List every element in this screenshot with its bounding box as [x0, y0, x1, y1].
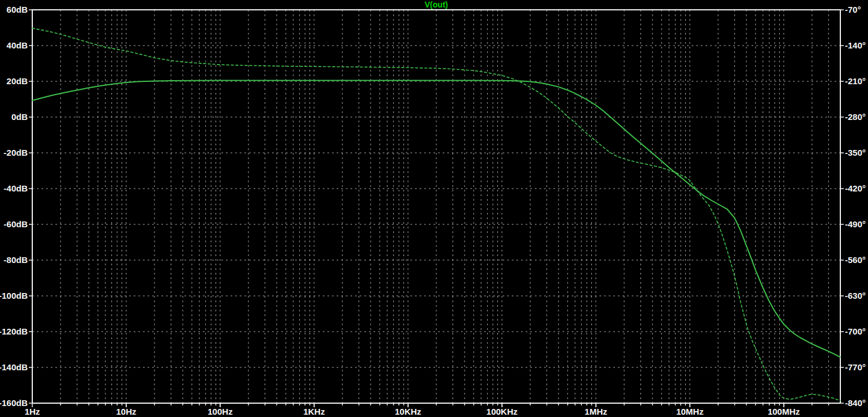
y-right-tick-label: -140° — [845, 40, 866, 50]
y-left-tick-label: -100dB — [0, 291, 28, 300]
y-left-tick-label: -80dB — [3, 255, 28, 265]
x-tick-label: 10KHz — [395, 407, 421, 416]
y-right-tick-label: -70° — [845, 5, 861, 14]
y-left-tick-label: -40dB — [3, 183, 28, 193]
y-right-tick-label: -770° — [845, 362, 866, 372]
waveform-viewer-pane: V(out) 60dB40dB20dB0dB-20dB-40dB-60dB-80… — [0, 0, 868, 417]
x-tick-label: 10Hz — [116, 407, 136, 416]
axis-labels: 60dB40dB20dB0dB-20dB-40dB-60dB-80dB-100d… — [0, 5, 866, 416]
y-right-tick-label: -210° — [845, 76, 866, 86]
y-left-tick-label: 60dB — [6, 5, 28, 14]
y-right-tick-label: -700° — [845, 326, 866, 336]
y-left-tick-label: -160dB — [0, 398, 28, 408]
y-left-tick-label: -60dB — [3, 219, 28, 229]
y-left-tick-label: 20dB — [6, 76, 28, 86]
x-tick-label: 100Hz — [207, 407, 232, 416]
y-right-tick-label: -560° — [845, 255, 866, 265]
x-tick-label: 1MHz — [584, 407, 607, 416]
y-right-tick-label: -280° — [845, 112, 866, 122]
bode-plot[interactable]: 60dB40dB20dB0dB-20dB-40dB-60dB-80dB-100d… — [0, 0, 868, 417]
grid-lines — [32, 10, 840, 403]
x-tick-label: 100MHz — [768, 407, 800, 416]
y-right-tick-label: -490° — [845, 219, 866, 229]
x-tick-label: 1KHz — [303, 407, 325, 416]
plot-border — [32, 10, 840, 403]
y-left-tick-label: -120dB — [0, 326, 28, 336]
x-tick-label: 10MHz — [676, 407, 704, 416]
y-left-tick-label: -140dB — [0, 362, 28, 372]
y-right-tick-label: -350° — [845, 148, 866, 157]
x-tick-label: 1Hz — [25, 407, 40, 416]
y-right-tick-label: -840° — [845, 398, 866, 408]
x-tick-label: 100KHz — [486, 407, 518, 416]
y-left-tick-label: -20dB — [3, 148, 28, 157]
y-left-tick-label: 0dB — [12, 112, 28, 122]
y-right-tick-label: -420° — [845, 183, 866, 193]
y-left-tick-label: 40dB — [6, 40, 28, 50]
y-right-tick-label: -630° — [845, 291, 866, 300]
